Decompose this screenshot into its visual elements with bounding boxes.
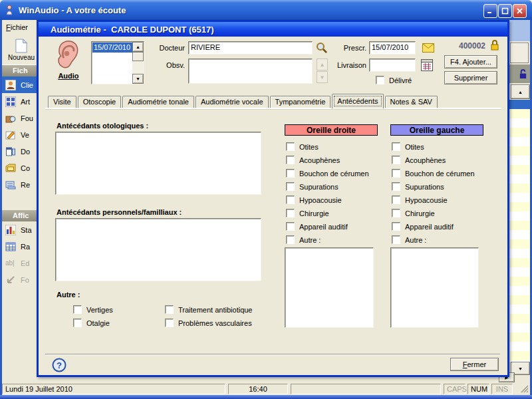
sidebar-item-fonctions[interactable]: Fo	[2, 271, 42, 288]
tab-antecedents[interactable]: Antécédents	[332, 94, 383, 108]
gauche-acouphenes-checkbox[interactable]	[392, 156, 400, 164]
droite-supurations-row[interactable]: Supurations	[286, 182, 338, 191]
sidebar-item-rapports[interactable]: Ra	[2, 238, 42, 255]
maximize-button[interactable]	[498, 4, 512, 18]
listbox-scrollbar[interactable]: ▲ ▼	[132, 42, 144, 84]
supprimer-button[interactable]: Supprimer	[444, 71, 497, 84]
personnels-textarea[interactable]	[55, 218, 261, 281]
right-toolbar-button[interactable]	[510, 43, 529, 63]
delivre-checkbox[interactable]	[376, 76, 384, 84]
ventes-icon	[5, 130, 16, 140]
status-date: Lundi 19 Juillet 2010	[2, 384, 225, 394]
gauche-otites-row[interactable]: Otites	[392, 142, 424, 151]
sidebar-item-ventes[interactable]: Ve	[2, 126, 42, 143]
gauche-hypoacousie-checkbox[interactable]	[392, 196, 400, 204]
gauche-hypoacousie-row[interactable]: Hypoacousie	[392, 196, 448, 204]
gauche-bouchon-checkbox[interactable]	[392, 169, 400, 178]
fermer-button[interactable]: Fermer	[450, 358, 499, 371]
search-icon[interactable]	[316, 42, 328, 54]
listbox-scroll-up[interactable]: ▲	[132, 42, 144, 52]
status-empty	[291, 384, 441, 394]
droite-chirurgie-checkbox[interactable]	[286, 209, 295, 217]
droite-appareil-checkbox[interactable]	[286, 222, 295, 231]
gauche-chirurgie-row[interactable]: Chirurgie	[392, 209, 435, 217]
minimize-button[interactable]	[483, 4, 497, 18]
problemes-vasculaires-checkbox[interactable]	[165, 319, 174, 327]
sidebar-item-articles[interactable]: Art	[2, 93, 42, 110]
traitement-checkbox-row[interactable]: Traitement antibiotique	[165, 305, 253, 314]
prescr-input[interactable]: 15/07/2010	[369, 41, 416, 55]
gauche-supurations-row[interactable]: Supurations	[392, 182, 444, 191]
gauche-chirurgie-checkbox[interactable]	[392, 209, 400, 217]
gauche-appareil-checkbox[interactable]	[392, 222, 400, 231]
droite-hypoacousie-row[interactable]: Hypoacousie	[286, 196, 342, 204]
nouveau-button[interactable]: Nouveau	[5, 36, 38, 63]
vertiges-checkbox[interactable]	[73, 305, 82, 314]
audio-link[interactable]: Audio	[55, 72, 82, 80]
sidebar-item-documents[interactable]: Do	[2, 143, 42, 160]
close-button[interactable]	[513, 4, 527, 18]
otologiques-textarea[interactable]	[55, 132, 261, 195]
droite-acouphenes-checkbox[interactable]	[286, 156, 295, 164]
gauche-autre-checkbox[interactable]	[392, 235, 400, 244]
droite-appareil-row[interactable]: Appareil auditif	[286, 222, 348, 231]
gauche-autre-row[interactable]: Autre :	[392, 235, 426, 244]
gauche-bouchon-row[interactable]: Bouchon de cérumen	[392, 169, 475, 178]
ajouter-button[interactable]: F4. Ajouter...	[444, 55, 497, 68]
tab-visite[interactable]: Visite	[48, 96, 76, 108]
help-icon[interactable]: ?	[52, 358, 66, 372]
obsv-scroll-up[interactable]: ▲	[317, 59, 328, 70]
list-selected-row[interactable]	[509, 100, 530, 109]
sidebar-item-courrier[interactable]: Co	[2, 160, 42, 176]
traitement-antibiotique-checkbox[interactable]	[165, 305, 174, 314]
sidebar-section-fichier: Fich	[2, 65, 42, 76]
droite-otites-checkbox[interactable]	[286, 142, 295, 151]
droite-autre-row[interactable]: Autre :	[286, 235, 321, 244]
right-lock-area	[509, 65, 530, 83]
droite-autre-textarea[interactable]	[285, 247, 374, 328]
menu-fichier[interactable]: Fichier	[6, 23, 28, 31]
vertiges-checkbox-row[interactable]: Vertiges	[73, 305, 113, 314]
scrollbar-up-button[interactable]: ▲	[511, 84, 530, 99]
tab-notes-sav[interactable]: Notes & SAV	[385, 96, 438, 108]
gauche-supurations-checkbox[interactable]	[392, 182, 400, 191]
tab-otoscopie[interactable]: Otoscopie	[78, 96, 122, 108]
droite-bouchon-checkbox[interactable]	[286, 169, 295, 178]
sidebar-item-statistiques[interactable]: Sta	[2, 221, 42, 238]
sidebar-item-clients[interactable]: Clie	[2, 76, 42, 93]
tab-audiometrie-tonale[interactable]: Audiométrie tonale	[122, 96, 194, 108]
oreille-gauche-header: Oreille gauche	[390, 124, 483, 136]
droite-bouchon-row[interactable]: Bouchon de cérumen	[286, 169, 369, 178]
delivre-checkbox-row[interactable]: Délivré	[376, 76, 412, 84]
droite-chirurgie-row[interactable]: Chirurgie	[286, 209, 329, 217]
visit-date-selected[interactable]: 15/07/2010	[92, 43, 133, 53]
sidebar-item-edition[interactable]: ab| Ed	[2, 255, 42, 271]
tab-audiometrie-vocale[interactable]: Audiométrie vocale	[196, 96, 269, 108]
gauche-acouphenes-row[interactable]: Acouphènes	[392, 156, 446, 164]
obsv-scroll-down[interactable]: ▼	[317, 71, 328, 83]
droite-autre-checkbox[interactable]	[286, 235, 295, 244]
sidebar-item-fournisseurs[interactable]: Fou	[2, 110, 42, 126]
droite-hypoacousie-checkbox[interactable]	[286, 196, 295, 204]
livraison-input[interactable]	[369, 59, 416, 72]
droite-acouphenes-row[interactable]: Acouphènes	[286, 156, 340, 164]
obsv-textarea[interactable]	[188, 59, 313, 84]
listbox-scroll-thumb[interactable]	[132, 52, 144, 61]
client-list-rows[interactable]	[509, 109, 530, 362]
otalgie-checkbox-row[interactable]: Otalgie	[73, 319, 110, 327]
tab-tympanometrie[interactable]: Tympanométrie	[270, 96, 331, 108]
otalgie-checkbox[interactable]	[73, 319, 82, 327]
docteur-input[interactable]: RIVIERE	[188, 41, 313, 55]
gauche-autre-textarea[interactable]	[390, 247, 479, 328]
gauche-otites-checkbox[interactable]	[392, 142, 400, 151]
resize-grip[interactable]	[520, 384, 529, 394]
problemes-checkbox-row[interactable]: Problèmes vasculaires	[165, 319, 252, 327]
gauche-appareil-row[interactable]: Appareil auditif	[392, 222, 454, 231]
calendar-icon[interactable]	[421, 59, 433, 71]
visit-date-listbox[interactable]: 15/07/2010 ▲ ▼	[91, 41, 144, 84]
envelope-icon[interactable]	[422, 43, 434, 53]
listbox-scroll-down[interactable]: ▼	[132, 74, 144, 84]
sidebar-item-reglements[interactable]: Re	[2, 176, 42, 193]
droite-supurations-checkbox[interactable]	[286, 182, 295, 191]
droite-otites-row[interactable]: Otites	[286, 142, 319, 151]
